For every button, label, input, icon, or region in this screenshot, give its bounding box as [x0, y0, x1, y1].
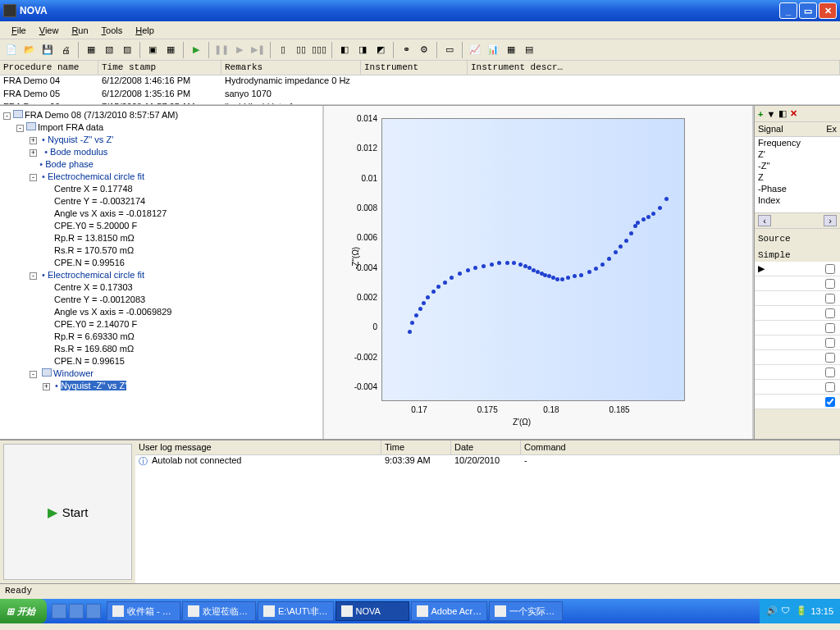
scroll-right-icon[interactable]: ›	[824, 215, 837, 226]
check-row[interactable]	[755, 321, 840, 336]
signal-item[interactable]: Z	[758, 171, 837, 183]
settings-icon[interactable]: ◧	[778, 108, 787, 119]
check-row[interactable]	[755, 350, 840, 365]
expander-icon[interactable]: -	[30, 371, 37, 378]
signal-list[interactable]: Frequency Z' -Z'' Z -Phase Index	[755, 137, 840, 212]
checkbox[interactable]	[825, 397, 835, 407]
layout-icon[interactable]: ▣	[144, 42, 161, 58]
link-icon[interactable]: ⚭	[398, 42, 414, 58]
check-row[interactable]	[755, 276, 840, 291]
device3-icon[interactable]: ◩	[372, 42, 389, 58]
tree-pane[interactable]: -FRA Demo 08 (7/13/2010 8:57:57 AM) -Imp…	[0, 106, 324, 439]
add-icon[interactable]: +	[758, 109, 763, 119]
grid-icon[interactable]: ▦	[162, 42, 179, 58]
proc-row[interactable]: FRA Demo 04 6/12/2008 1:46:16 PM Hydrody…	[0, 75, 840, 89]
expander-icon[interactable]: -	[3, 112, 11, 120]
check-row[interactable]	[755, 395, 840, 409]
menu-help[interactable]: Help	[129, 24, 161, 37]
signal-item[interactable]: Z'	[758, 148, 837, 160]
log-col-time[interactable]: Time	[381, 441, 451, 454]
save-icon[interactable]: 💾	[39, 42, 56, 58]
close-button[interactable]: ✕	[819, 2, 837, 19]
col-time[interactable]: Time stamp	[98, 61, 221, 75]
system-tray[interactable]: 🔊 🛡 🔋 13:15	[760, 599, 840, 623]
selected-node[interactable]: Nyquist -Z'' vs Z'	[61, 381, 126, 390]
task-button[interactable]: 欢迎莅临…	[182, 601, 256, 621]
cut-icon[interactable]: ▦	[83, 42, 99, 58]
col-remarks[interactable]: Remarks	[221, 61, 361, 75]
expander-icon[interactable]: +	[30, 137, 37, 144]
checkbox[interactable]	[825, 338, 835, 348]
signal-item[interactable]: -Z''	[758, 160, 837, 171]
panel2-icon[interactable]: ▯▯	[293, 42, 309, 58]
panel1-icon[interactable]: ▯	[275, 42, 291, 58]
doc-icon[interactable]: ▤	[521, 42, 537, 58]
chart2-icon[interactable]: 📊	[485, 42, 501, 58]
check-row[interactable]	[755, 380, 840, 395]
checkbox[interactable]	[825, 382, 835, 392]
checkbox[interactable]	[825, 353, 835, 363]
col-descr[interactable]: Instrument descr…	[468, 61, 840, 75]
signal-item[interactable]: Frequency	[758, 137, 837, 148]
checkbox[interactable]	[825, 279, 835, 289]
table-icon[interactable]: ▦	[503, 42, 519, 58]
task-button[interactable]: E:\AUT\非…	[258, 601, 334, 621]
log-col-date[interactable]: Date	[451, 441, 521, 454]
checkbox[interactable]	[825, 264, 835, 274]
log-row[interactable]: ⓘ Autolab not connected 9:03:39 AM 10/20…	[135, 455, 840, 468]
signal-item[interactable]: Index	[758, 194, 837, 206]
check-row[interactable]	[755, 291, 840, 306]
check-row[interactable]	[755, 336, 840, 350]
device1-icon[interactable]: ◧	[336, 42, 353, 58]
start-button[interactable]: ▶ Start	[3, 444, 132, 580]
new-icon[interactable]: 📄	[3, 42, 20, 58]
copy-icon[interactable]: ▧	[101, 42, 117, 58]
delete-icon[interactable]: ✕	[790, 108, 797, 119]
ql-icon[interactable]	[69, 604, 84, 619]
expander-icon[interactable]: -	[16, 125, 24, 132]
signal-item[interactable]: -Phase	[758, 183, 837, 194]
viewer-icon[interactable]: ▭	[441, 42, 458, 58]
proc-row[interactable]: FRA Demo 05 6/12/2008 1:35:16 PM sanyo 1…	[0, 89, 840, 102]
tray-icon[interactable]: 🔋	[796, 605, 807, 617]
checkbox[interactable]	[825, 368, 835, 377]
tray-icon[interactable]: 🛡	[781, 605, 792, 617]
gear-icon[interactable]: ⚙	[416, 42, 432, 58]
expander-icon[interactable]: -	[30, 174, 37, 181]
plot-area[interactable]	[381, 118, 685, 401]
col-name[interactable]: Procedure name	[0, 61, 98, 75]
open-icon[interactable]: 📂	[21, 42, 38, 58]
menu-file[interactable]: File	[5, 24, 33, 37]
play-icon[interactable]: ▶	[188, 42, 204, 58]
task-button-active[interactable]: NOVA	[336, 601, 409, 621]
task-button[interactable]: 一个实际…	[489, 601, 563, 621]
task-button[interactable]: Adobe Acr…	[411, 601, 488, 621]
log-col-cmd[interactable]: Command	[521, 441, 840, 454]
tray-icon[interactable]: 🔊	[766, 605, 778, 617]
check-row[interactable]: ▶	[755, 262, 840, 276]
filter-icon[interactable]: ▼	[766, 109, 775, 119]
expander-icon[interactable]: +	[43, 383, 50, 390]
paste-icon[interactable]: ▨	[119, 42, 135, 58]
procedure-list[interactable]: FRA Demo 04 6/12/2008 1:46:16 PM Hydrody…	[0, 75, 840, 105]
expander-icon[interactable]: +	[30, 149, 37, 157]
log-col-msg[interactable]: User log message	[135, 441, 381, 454]
maximize-button[interactable]: ▭	[799, 2, 817, 19]
device2-icon[interactable]: ◨	[354, 42, 371, 58]
menu-view[interactable]: View	[33, 24, 66, 37]
checkbox[interactable]	[825, 294, 835, 304]
ql-icon[interactable]	[86, 604, 101, 619]
start-menu-button[interactable]: ⊞开始	[0, 599, 47, 623]
clock[interactable]: 13:15	[810, 606, 833, 616]
scroll-left-icon[interactable]: ‹	[758, 215, 771, 226]
check-row[interactable]	[755, 306, 840, 321]
ql-icon[interactable]	[52, 604, 66, 619]
chart-pane[interactable]: -Z''(Ω) Z'(Ω) -0.004-0.00200.0020.0040.0…	[324, 106, 754, 439]
chart-icon[interactable]: 📈	[467, 42, 483, 58]
menu-run[interactable]: Run	[65, 24, 94, 37]
expander-icon[interactable]: -	[30, 272, 37, 280]
task-button[interactable]: 收件箱 - …	[107, 601, 180, 621]
panel3-icon[interactable]: ▯▯▯	[311, 42, 327, 58]
menu-tools[interactable]: Tools	[95, 24, 130, 37]
checkbox[interactable]	[825, 323, 835, 333]
